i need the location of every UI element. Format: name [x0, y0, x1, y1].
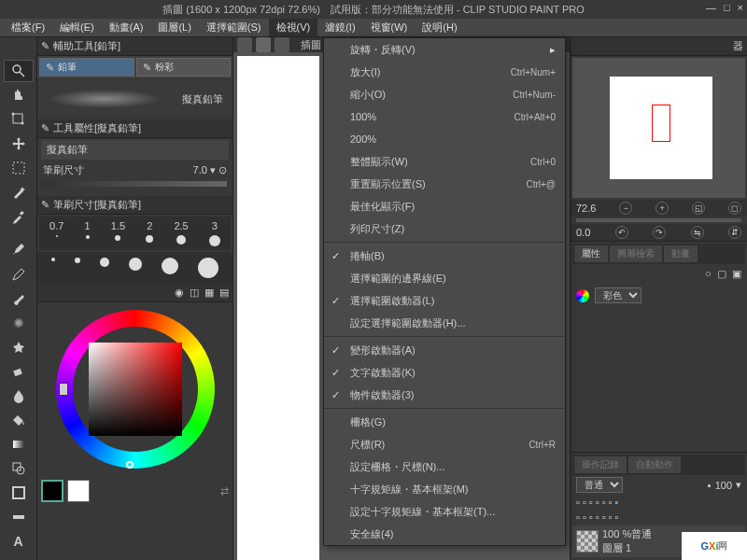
- menu-item-旋轉・反轉(V)[interactable]: 旋轉・反轉(V)▸: [324, 38, 565, 61]
- layer-color-icon[interactable]: ▪: [614, 497, 618, 508]
- foreground-swatch[interactable]: [41, 480, 63, 502]
- opacity-dropdown-icon[interactable]: ▾: [736, 479, 741, 491]
- airbrush-tool-icon[interactable]: [4, 312, 34, 334]
- menu-item-100%[interactable]: 100%Ctrl+Alt+0: [324, 105, 565, 128]
- layer-action-icon[interactable]: ▫: [602, 511, 606, 523]
- layer-lock-icon[interactable]: ▫: [583, 497, 586, 508]
- menu-item-變形啟動器(A)[interactable]: ✓變形啟動器(A): [324, 339, 565, 361]
- zoom-in-button[interactable]: +: [655, 202, 669, 215]
- text-tool-icon[interactable]: A: [4, 530, 34, 553]
- decoration-tool-icon[interactable]: [4, 336, 34, 358]
- layer-action-icon[interactable]: ▫: [583, 511, 586, 523]
- sv-handle[interactable]: [126, 461, 134, 469]
- size-preset[interactable]: 2.5: [174, 220, 188, 246]
- menu-item-放大(I)[interactable]: 放大(I)Ctrl+Num+: [324, 61, 565, 83]
- color-slider-icon[interactable]: ◫: [190, 287, 199, 299]
- eraser-tool-icon[interactable]: [4, 360, 34, 383]
- tab-icon[interactable]: [275, 37, 289, 52]
- menu-檔案(F)[interactable]: 檔案(F): [4, 19, 52, 36]
- size-preset[interactable]: 3: [209, 220, 220, 246]
- blend-tool-icon[interactable]: [4, 385, 34, 407]
- layer-lock-icon[interactable]: ▫: [609, 497, 613, 508]
- menu-編輯(E)[interactable]: 編輯(E): [52, 19, 102, 36]
- effect-square-icon[interactable]: ▢: [717, 268, 726, 280]
- color-wheel[interactable]: [37, 302, 233, 476]
- color-set-icon[interactable]: ▦: [204, 287, 214, 299]
- tab-history[interactable]: 操作記錄: [574, 456, 627, 473]
- menu-檢視(V)[interactable]: 檢視(V): [269, 19, 318, 36]
- fill-tool-icon[interactable]: [4, 409, 34, 431]
- menu-item-選擇範圍啟動器(L)[interactable]: ✓選擇範圍啟動器(L): [324, 289, 565, 312]
- size-dot[interactable]: [162, 258, 178, 274]
- menu-item-200%[interactable]: 200%: [324, 128, 565, 150]
- tab-auto-action[interactable]: 自動動作: [628, 456, 681, 473]
- tab-icon[interactable]: [256, 37, 271, 52]
- zoom-fit-button[interactable]: ◱: [692, 202, 705, 215]
- gradient-tool-icon[interactable]: [4, 433, 34, 455]
- eyedropper-tool-icon[interactable]: [4, 205, 34, 228]
- menu-item-設定十字規矩線・基本框架(T)...[interactable]: 設定十字規矩線・基本框架(T)...: [324, 500, 565, 523]
- hue-handle[interactable]: [59, 383, 68, 396]
- swap-icon[interactable]: ⇄: [220, 485, 229, 497]
- layer-action-icon[interactable]: ▫: [589, 511, 593, 523]
- layer-lock-icon[interactable]: ▫: [596, 497, 599, 508]
- layer-lock-icon[interactable]: ▫: [589, 497, 593, 508]
- pencil-tool-icon[interactable]: [4, 263, 34, 286]
- size-preset[interactable]: 1: [85, 220, 91, 246]
- frame-tool-icon[interactable]: [4, 482, 34, 504]
- menu-item-最佳化顯示(F)[interactable]: 最佳化顯示(F): [324, 195, 565, 217]
- marquee-tool-icon[interactable]: [4, 157, 34, 179]
- size-preset[interactable]: 2: [146, 220, 153, 246]
- navigator-viewport-rect[interactable]: [652, 105, 670, 142]
- layer-action-icon[interactable]: ▫: [609, 511, 613, 523]
- tab-layer-search[interactable]: 圖層檢索: [610, 245, 662, 262]
- subtool-鉛筆[interactable]: ✎鉛筆: [39, 58, 134, 77]
- zoom-out-button[interactable]: −: [619, 202, 632, 215]
- menu-item-文字啟動器(K)[interactable]: ✓文字啟動器(K): [324, 361, 565, 384]
- layer-action-icon[interactable]: ▫: [614, 511, 618, 523]
- menu-item-捲軸(B)[interactable]: ✓捲軸(B): [324, 245, 565, 267]
- rotate-cw-button[interactable]: ↷: [653, 226, 666, 239]
- maximize-icon[interactable]: □: [724, 2, 730, 13]
- size-preset[interactable]: 0.7: [49, 220, 63, 246]
- menu-item-尺標(R)[interactable]: 尺標(R)Ctrl+R: [324, 433, 565, 455]
- size-slider[interactable]: [43, 181, 227, 187]
- pen-tool-icon[interactable]: [4, 239, 34, 261]
- subtool-粉彩[interactable]: ✎粉彩: [136, 58, 232, 77]
- rotate-ccw-button[interactable]: ↶: [615, 226, 628, 239]
- dropdown-icon[interactable]: ▾: [210, 164, 216, 175]
- minimize-icon[interactable]: —: [706, 2, 716, 13]
- tab-animation[interactable]: 動畫: [664, 245, 698, 262]
- menu-item-整體顯示(W)[interactable]: 整體顯示(W)Ctrl+0: [324, 150, 565, 173]
- menu-視窗(W)[interactable]: 視窗(W): [363, 19, 416, 36]
- layer-lock-icon[interactable]: ▫: [576, 497, 580, 508]
- move-tool-icon[interactable]: [4, 133, 34, 155]
- background-swatch[interactable]: [67, 480, 90, 502]
- color-circle-icon[interactable]: ◉: [175, 287, 184, 299]
- menu-item-縮小(O)[interactable]: 縮小(O)Ctrl+Num-: [324, 83, 565, 105]
- close-icon[interactable]: ×: [738, 2, 743, 13]
- layer-action-icon[interactable]: ▫: [596, 511, 599, 523]
- navigator[interactable]: [572, 58, 745, 198]
- layer-thumbnail[interactable]: [576, 530, 599, 553]
- clip-icon[interactable]: [237, 37, 252, 52]
- effect-circle-icon[interactable]: ○: [705, 268, 712, 280]
- canvas-tab-label[interactable]: 插圖: [301, 38, 321, 52]
- layer-lock-icon[interactable]: ▫: [602, 497, 606, 508]
- flip-h-button[interactable]: ⇋: [691, 226, 704, 239]
- figure-tool-icon[interactable]: [4, 457, 34, 480]
- flip-v-button[interactable]: ⇵: [728, 226, 741, 239]
- menu-item-柵格(G)[interactable]: 柵格(G): [324, 411, 565, 433]
- clip-icon[interactable]: ▪: [708, 480, 712, 491]
- color-history-icon[interactable]: ▤: [219, 287, 229, 299]
- color-mode-select[interactable]: 彩色: [595, 287, 641, 303]
- size-dot[interactable]: [100, 258, 109, 267]
- operation-tool-icon[interactable]: [4, 108, 34, 131]
- menu-圖層(L)[interactable]: 圖層(L): [150, 19, 198, 36]
- menu-濾鏡(I)[interactable]: 濾鏡(I): [317, 19, 362, 36]
- menu-item-物件啟動器(3)[interactable]: ✓物件啟動器(3): [324, 384, 565, 406]
- ruler-tool-icon[interactable]: [4, 506, 34, 528]
- menu-item-重置顯示位置(S)[interactable]: 重置顯示位置(S)Ctrl+@: [324, 173, 565, 195]
- menu-動畫(A)[interactable]: 動畫(A): [102, 19, 151, 36]
- size-dot[interactable]: [51, 258, 55, 261]
